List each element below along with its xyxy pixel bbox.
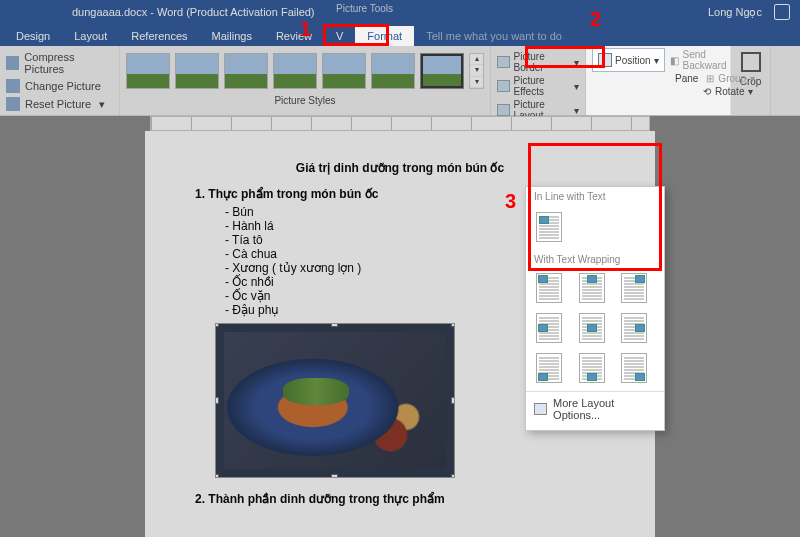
position-icon <box>598 53 612 67</box>
picture-style-thumb[interactable] <box>126 53 170 89</box>
title-bar: dungaaaa.docx - Word (Product Activation… <box>0 0 800 24</box>
tell-me-search[interactable]: Tell me what you want to do <box>414 26 574 46</box>
position-middle-center[interactable] <box>579 313 605 343</box>
resize-handle[interactable] <box>451 397 455 404</box>
compress-pictures-button[interactable]: Compress Pictures <box>6 49 113 77</box>
tab-mailings[interactable]: Mailings <box>200 26 264 46</box>
compress-icon <box>6 56 19 70</box>
reset-picture-button[interactable]: Reset Picture ▾ <box>6 95 113 113</box>
picture-effects-button[interactable]: Picture Effects ▾ <box>497 74 579 98</box>
send-backward-button[interactable]: ◧ Send Backward <box>667 48 730 72</box>
resize-handle[interactable] <box>451 474 455 478</box>
position-bottom-center[interactable] <box>579 353 605 383</box>
position-bottom-left[interactable] <box>536 353 562 383</box>
position-middle-left[interactable] <box>536 313 562 343</box>
change-picture-icon <box>6 79 20 93</box>
position-wrapping-grid <box>526 269 664 387</box>
annotation-number: 2 <box>590 8 601 31</box>
document-area: Giá trị dinh dưỡng trong món bún ốc 1. T… <box>0 116 800 537</box>
horizontal-ruler[interactable] <box>150 116 650 131</box>
picture-style-thumb[interactable] <box>322 53 366 89</box>
picture-style-thumb[interactable] <box>273 53 317 89</box>
group-picture-styles: ▴▾▾ Picture Styles <box>120 46 491 115</box>
picture-style-thumb[interactable] <box>224 53 268 89</box>
tab-design[interactable]: Design <box>4 26 62 46</box>
layout-icon <box>497 104 510 116</box>
user-name: Long Ngọc <box>708 6 762 19</box>
rotate-button[interactable]: ⟲ Rotate ▾ <box>700 85 756 98</box>
annotation-number: 3 <box>505 190 516 213</box>
tab-review[interactable]: Review <box>264 26 324 46</box>
inserted-picture[interactable] <box>215 323 455 478</box>
position-bottom-right[interactable] <box>621 353 647 383</box>
resize-handle[interactable] <box>331 323 338 327</box>
picture-style-thumb[interactable] <box>371 53 415 89</box>
group-picture-format: Picture Border ▾ Picture Effects ▾ Pictu… <box>491 46 586 115</box>
tab-view[interactable]: V <box>324 26 355 46</box>
position-top-left[interactable] <box>536 273 562 303</box>
position-dropdown: In Line with Text With Text Wrapping Mor… <box>525 186 665 431</box>
ribbon-tabs: Design Layout References Mailings Review… <box>0 24 800 46</box>
group-adjust: Compress Pictures Change Picture Reset P… <box>0 46 120 115</box>
resize-handle[interactable] <box>215 474 219 478</box>
picture-border-button[interactable]: Picture Border ▾ <box>497 50 579 74</box>
section-heading: 2. Thành phần dinh dưỡng trong thực phẩm <box>195 492 605 506</box>
position-button[interactable]: Position ▾ <box>592 48 665 72</box>
resize-handle[interactable] <box>451 323 455 327</box>
annotation-number: 1 <box>300 18 311 41</box>
picture-style-thumb[interactable] <box>420 53 464 89</box>
group-arrange: Position ▾ ◧ Send Backward Pane ⊞ Group … <box>586 46 731 115</box>
position-inline-option[interactable] <box>536 212 562 242</box>
position-middle-right[interactable] <box>621 313 647 343</box>
tab-format[interactable]: Format <box>355 26 414 46</box>
selection-pane-button[interactable]: Pane <box>672 72 701 85</box>
tab-references[interactable]: References <box>119 26 199 46</box>
effects-icon <box>497 80 510 92</box>
layout-options-icon <box>534 403 547 415</box>
picture-styles-more-button[interactable]: ▴▾▾ <box>469 53 484 89</box>
document-title: dungaaaa.docx - Word (Product Activation… <box>72 6 315 18</box>
resize-handle[interactable] <box>215 323 219 327</box>
resize-handle[interactable] <box>215 397 219 404</box>
position-top-center[interactable] <box>579 273 605 303</box>
reset-picture-icon <box>6 97 20 111</box>
group-label: Picture Styles <box>126 95 484 106</box>
resize-handle[interactable] <box>331 474 338 478</box>
picture-style-thumb[interactable] <box>175 53 219 89</box>
dropdown-section-header: In Line with Text <box>526 187 664 206</box>
crop-icon <box>741 52 761 72</box>
position-top-right[interactable] <box>621 273 647 303</box>
user-icon[interactable] <box>774 4 790 20</box>
contextual-tab-label: Picture Tools <box>336 3 393 14</box>
page-title: Giá trị dinh dưỡng trong món bún ốc <box>195 161 605 175</box>
change-picture-button[interactable]: Change Picture <box>6 77 113 95</box>
border-icon <box>497 56 510 68</box>
tab-layout[interactable]: Layout <box>62 26 119 46</box>
more-layout-options-button[interactable]: More Layout Options... <box>526 391 664 426</box>
dropdown-section-header: With Text Wrapping <box>526 250 664 269</box>
group-button[interactable]: ⊞ Group ▾ <box>703 72 758 85</box>
ribbon: Compress Pictures Change Picture Reset P… <box>0 46 800 116</box>
